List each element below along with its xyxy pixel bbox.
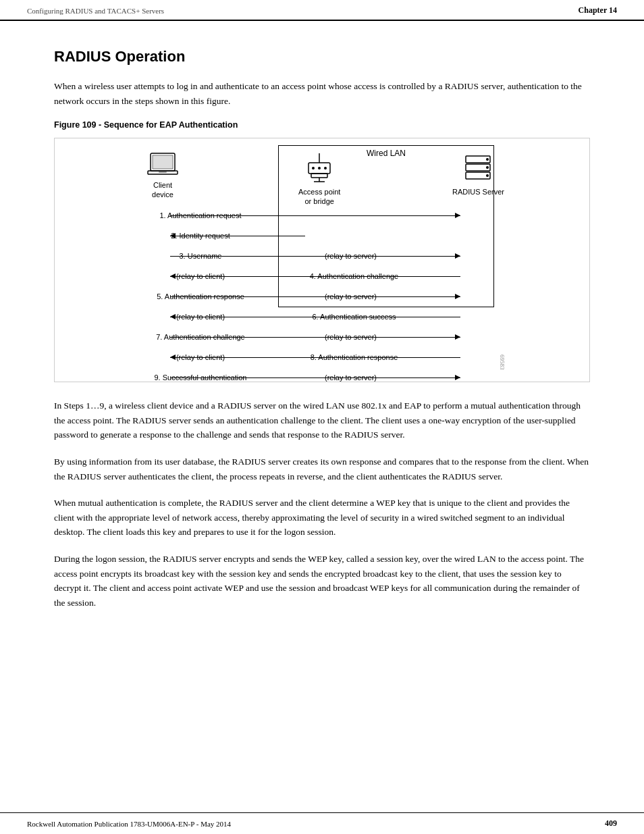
footer-publication: Rockwell Automation Publication 1783-UM0… — [27, 820, 231, 828]
laptop-svg — [146, 152, 179, 178]
seq-row-5: 5. Authentication response (relay to ser… — [133, 287, 511, 306]
figure-caption: Figure 109 - Sequence for EAP Authentica… — [54, 120, 590, 130]
seq-row-6: (relay to client) 6. Authentication succ… — [133, 307, 511, 326]
svg-point-15 — [486, 166, 489, 169]
svg-point-6 — [312, 167, 315, 170]
chapter-label: Chapter 14 — [579, 5, 617, 16]
diagram-container: Wired LAN Clientdevice — [54, 138, 590, 382]
seq-row-2: 2. Identity request — [133, 226, 511, 245]
radius-server-icon: RADIUS Server — [452, 155, 504, 197]
client-device-icon: Clientdevice — [146, 152, 179, 200]
figure-number: 69583 — [499, 355, 506, 370]
access-point-icon: Access pointor bridge — [298, 152, 340, 207]
main-content: RADIUS Operation When a wireless user at… — [0, 21, 644, 662]
seq-row-8: (relay to client) 8. Authentication resp… — [133, 348, 511, 367]
footer-page-number: 409 — [605, 818, 617, 829]
router-svg — [303, 152, 336, 184]
seq-row-1: 1. Authentication request — [133, 206, 511, 225]
body-paragraph-1: When a wireless user attempts to log in … — [54, 79, 590, 108]
svg-point-7 — [318, 167, 321, 170]
access-point-label: Access pointor bridge — [298, 187, 340, 207]
body-paragraph-2: In Steps 1…9, a wireless client device a… — [54, 398, 590, 442]
section-title: RADIUS Operation — [54, 48, 590, 66]
body-paragraph-3: By using information from its user datab… — [54, 454, 590, 484]
svg-rect-3 — [159, 172, 167, 173]
radius-server-label: RADIUS Server — [452, 187, 504, 197]
diagram-inner: Wired LAN Clientdevice — [133, 145, 511, 375]
header-left-text: Configuring RADIUS and TACACS+ Servers — [27, 7, 579, 15]
svg-rect-9 — [311, 174, 327, 178]
page-header: Configuring RADIUS and TACACS+ Servers C… — [0, 0, 644, 21]
body-paragraph-5: During the logon session, the RADIUS ser… — [54, 552, 590, 610]
seq-row-3: 3. Username (relay to server) — [133, 246, 511, 265]
svg-point-17 — [486, 174, 489, 177]
svg-point-13 — [486, 158, 489, 161]
body-paragraph-4: When mutual authentication is complete, … — [54, 496, 590, 540]
page: Configuring RADIUS and TACACS+ Servers C… — [0, 0, 644, 834]
wired-lan-label: Wired LAN — [367, 149, 406, 158]
seq-row-4: (relay to client) 4. Authentication chal… — [133, 267, 511, 286]
client-label: Clientdevice — [146, 180, 179, 200]
svg-rect-1 — [153, 155, 173, 169]
seq-row-7: 7. Authentication challenge (relay to se… — [133, 328, 511, 346]
sequence-area: 1. Authentication request 2. Identity re… — [133, 206, 511, 387]
server-svg — [463, 155, 493, 184]
svg-point-8 — [324, 167, 327, 170]
page-footer: Rockwell Automation Publication 1783-UM0… — [0, 812, 644, 834]
seq-row-9: 9. Successful authentication (relay to s… — [133, 368, 511, 387]
